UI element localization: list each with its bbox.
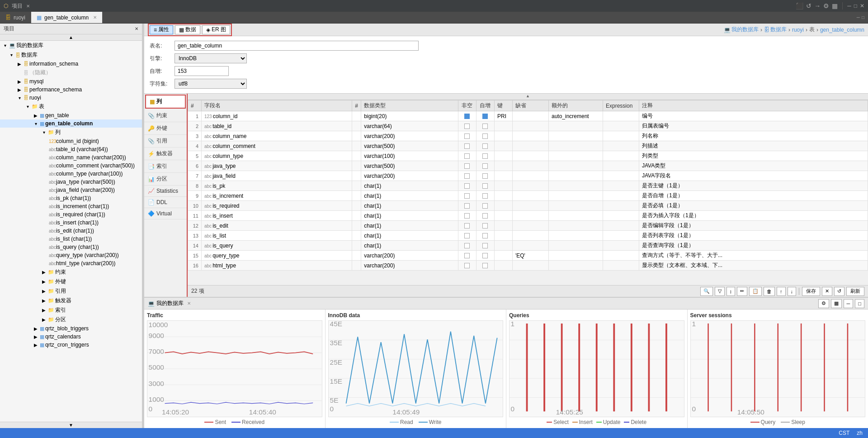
down-btn[interactable]: ↓ xyxy=(788,287,797,296)
breadcrumb-db[interactable]: 🗄 数据库 xyxy=(764,26,787,33)
tree-foreign-keys[interactable]: ▶ 📁 外键 xyxy=(0,277,142,286)
tree-col-is-increment[interactable]: abc is_increment (char(1)) xyxy=(0,202,142,210)
tree-col-is-pk[interactable]: abc is_pk (char(1)) xyxy=(0,194,142,202)
table-row[interactable]: 3 abccolumn_name varchar(200) 列名称 xyxy=(188,131,868,141)
tree-qrtz-cron[interactable]: ▶ ▦ qrtz_cron_triggers xyxy=(0,341,142,349)
nav-item-ddl[interactable]: 📄 DDL xyxy=(144,197,187,208)
table-row[interactable]: 16 abchtml_type varchar(200) 显示类型（文本框、文本… xyxy=(188,261,868,271)
tree-col-html-type[interactable]: abc html_type (varchar(200)) xyxy=(0,259,142,267)
table-row[interactable]: 11 abcis_insert char(1) 是否为插入字段（1是） xyxy=(188,211,868,221)
tree-col-table-id[interactable]: abc table_id (varchar(64)) xyxy=(0,145,142,153)
tree-col-is-list[interactable]: abc is_list (char(1)) xyxy=(0,235,142,243)
bottom-min-btn[interactable]: ─ xyxy=(844,299,854,308)
breadcrumb-gen-table-column[interactable]: gen_table_column xyxy=(820,27,864,33)
scroll-up-btn[interactable]: ▲ xyxy=(65,34,77,40)
tree-col-column-id[interactable]: 123 column_id (bigint) xyxy=(0,137,142,145)
tree-col-is-required[interactable]: abc is_required (char(1)) xyxy=(0,210,142,219)
bottom-settings-btn[interactable]: ⚙ xyxy=(818,299,829,308)
tab-close-icon[interactable]: ✕ xyxy=(93,15,97,20)
toolbar-icon-3[interactable]: → xyxy=(814,2,821,10)
tree-col-java-field[interactable]: abc java_field (varchar(200)) xyxy=(0,186,142,194)
tree-qrtz-blob[interactable]: ▶ ▦ qrtz_blob_triggers xyxy=(0,324,142,333)
nav-item-foreign-keys[interactable]: 🔑 外键 xyxy=(144,122,187,135)
properties-tab-btn[interactable]: ≡ 属性 xyxy=(150,25,173,34)
tree-col-is-query[interactable]: abc is_query (char(1)) xyxy=(0,243,142,251)
table-row[interactable]: 5 abccolumn_type varchar(100) 列类型 xyxy=(188,151,868,161)
nav-item-partitions[interactable]: 📊 分区 xyxy=(144,173,187,186)
delete-btn[interactable]: 🗑 xyxy=(764,287,775,296)
tree-item-tables-folder[interactable]: ▾ 📁 表 xyxy=(0,102,142,111)
sidebar-close-icon[interactable]: ✕ xyxy=(135,26,138,31)
nav-item-indexes[interactable]: 📑 索引 xyxy=(144,160,187,173)
tree-indexes[interactable]: ▶ 📁 索引 xyxy=(0,305,142,315)
charset-select[interactable]: utf8 xyxy=(175,79,247,89)
table-row[interactable]: 15 abcquery_type varchar(200) 'EQ' 查询方式（… xyxy=(188,251,868,261)
nav-item-statistics[interactable]: 📈 Statistics xyxy=(144,186,187,197)
tab-ruoyi[interactable]: 🗄 ruoyi xyxy=(0,12,31,23)
undo-btn[interactable]: ↺ xyxy=(834,287,844,296)
filter-btn[interactable]: ▽ xyxy=(715,287,725,296)
table-row[interactable]: 2 abctable_id varchar(64) 归属表编号 xyxy=(188,121,868,131)
minimize-btn[interactable]: ─ xyxy=(847,3,851,9)
tree-item-info-schema[interactable]: ▶ 🗄 information_schema xyxy=(0,60,142,68)
toolbar-icon-5[interactable]: ▦ xyxy=(832,2,838,10)
tree-item-perf-schema[interactable]: ▶ 🗄 performance_schema xyxy=(0,86,142,94)
nav-item-columns[interactable]: ▦ 列 xyxy=(145,95,186,109)
tree-item-gen-table[interactable]: ▶ ▦ gen_table xyxy=(0,111,142,119)
table-scroll-up[interactable]: ▲ xyxy=(526,94,530,100)
window-close-btn[interactable]: ✕ xyxy=(860,3,864,9)
tree-col-column-name[interactable]: abc column_name (varchar(200)) xyxy=(0,153,142,162)
er-tab-btn[interactable]: ◈ ER 图 xyxy=(202,25,230,34)
tab-minimize-btn[interactable]: ─ xyxy=(857,15,860,20)
table-row[interactable]: 4 abccolumn_comment varchar(500) 列描述 xyxy=(188,141,868,151)
tree-item-gen-table-column[interactable]: ▾ ▦ gen_table_column xyxy=(0,119,142,128)
tree-references[interactable]: ▶ 📁 引用 xyxy=(0,286,142,296)
toolbar-icon-1[interactable]: ⬛ xyxy=(796,2,803,10)
table-row[interactable]: 13 abcis_list char(1) 是否列表字段（1是） xyxy=(188,231,868,241)
engine-select[interactable]: InnoDB xyxy=(175,53,247,63)
table-name-input[interactable] xyxy=(175,41,419,51)
close-icon[interactable]: ✕ xyxy=(26,4,30,9)
maximize-btn[interactable]: □ xyxy=(854,3,857,9)
tree-item-mydb[interactable]: ▾ 💻 我的数据库 xyxy=(0,41,142,50)
cancel-btn[interactable]: ✕ xyxy=(822,287,832,296)
breadcrumb-ruoyi[interactable]: ruoyi xyxy=(792,27,804,33)
table-row[interactable]: 9 abcis_increment char(1) 是否自增（1是） xyxy=(188,191,868,201)
nav-item-constraints[interactable]: 📎 约束 xyxy=(144,110,187,122)
copy-btn[interactable]: 📋 xyxy=(749,287,762,296)
auto-inc-input[interactable] xyxy=(175,66,229,76)
tree-col-column-comment[interactable]: abc column_comment (varchar(500)) xyxy=(0,162,142,170)
tree-col-java-type[interactable]: abc java_type (varchar(500)) xyxy=(0,178,142,186)
tree-partitions[interactable]: ▶ 📁 分区 xyxy=(0,315,142,324)
scroll-down-btn[interactable]: ▼ xyxy=(65,422,77,428)
tree-constraints[interactable]: ▶ 📁 约束 xyxy=(0,267,142,277)
tree-col-is-edit[interactable]: abc is_edit (char(1)) xyxy=(0,227,142,235)
tree-item-database-folder[interactable]: ▾ 🗄 数据库 xyxy=(0,50,142,60)
toolbar-icon-2[interactable]: ↺ xyxy=(806,2,811,10)
refresh-btn[interactable]: 刷新 xyxy=(846,287,864,296)
tree-item-hidden[interactable]: 🗄 （隐藏） xyxy=(0,68,142,77)
breadcrumb-mydb[interactable]: 💻 我的数据库 xyxy=(724,26,759,33)
nav-item-triggers[interactable]: ⚡ 触发器 xyxy=(144,148,187,160)
table-row[interactable]: 8 abcis_pk char(1) 是否主键（1是） xyxy=(188,181,868,191)
tab-maximize-btn[interactable]: □ xyxy=(862,15,864,20)
data-tab-btn[interactable]: ▦ 数据 xyxy=(175,25,200,34)
table-row[interactable]: 6 abcjava_type varchar(500) JAVA类型 xyxy=(188,161,868,171)
sort-btn[interactable]: ↕ xyxy=(726,287,736,296)
table-row[interactable]: 7 abcjava_field varchar(200) JAVA字段名 xyxy=(188,171,868,181)
edit-btn[interactable]: ✏ xyxy=(737,287,747,296)
tree-item-mysql[interactable]: ▶ 🗄 mysql xyxy=(0,77,142,86)
tree-item-ruoyi[interactable]: ▾ 🗄 ruoyi xyxy=(0,94,142,102)
tree-item-cols-folder[interactable]: ▾ 📁 列 xyxy=(0,128,142,137)
search-btn[interactable]: 🔍 xyxy=(700,287,713,296)
bottom-max-btn[interactable]: □ xyxy=(855,299,864,308)
tree-col-is-insert[interactable]: abc is_insert (char(1)) xyxy=(0,219,142,227)
table-row[interactable]: 10 abcis_required char(1) 是否必填（1是） xyxy=(188,201,868,211)
tree-col-query-type[interactable]: abc query_type (varchar(200)) xyxy=(0,251,142,259)
nav-item-references[interactable]: 📎 引用 xyxy=(144,135,187,148)
tree-qrtz-calendars[interactable]: ▶ ▦ qrtz_calendars xyxy=(0,333,142,341)
table-row[interactable]: 1 123column_id bigint(20) PRI auto_incre… xyxy=(188,111,868,121)
nav-item-virtual[interactable]: 🔷 Virtual xyxy=(144,208,187,219)
tree-triggers[interactable]: ▶ 📁 触发器 xyxy=(0,296,142,305)
table-row[interactable]: 12 abcis_edit char(1) 是否编辑字段（1是） xyxy=(188,221,868,231)
